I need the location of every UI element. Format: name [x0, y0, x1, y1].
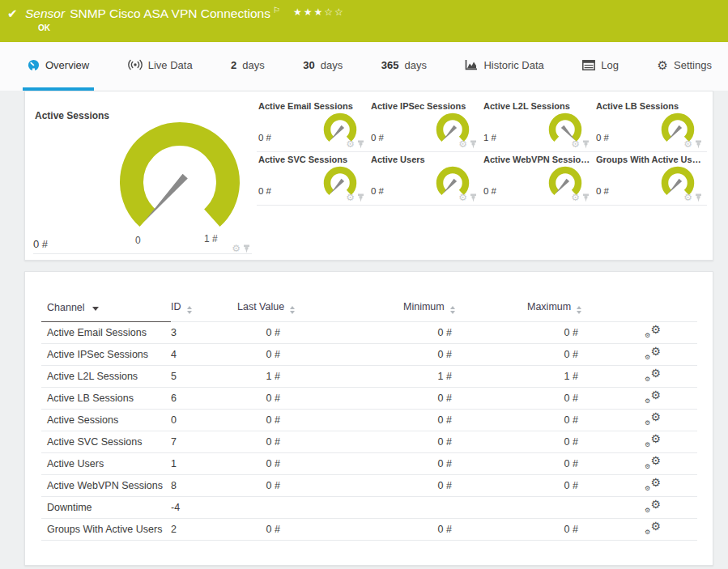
tab-label: Overview: [45, 59, 89, 71]
pin-icon[interactable]: [243, 244, 250, 253]
sort-icon: [577, 306, 581, 314]
primary-gauge-cell: Active Sessions 0 1 # 0 # ⚙: [33, 98, 252, 254]
gauge-settings-icon[interactable]: ⚙: [346, 139, 355, 149]
pin-icon[interactable]: [695, 193, 702, 202]
channel-settings-gears-icon[interactable]: ⚙⚙: [645, 368, 661, 382]
channel-maximum: 0 #: [527, 388, 645, 410]
channel-settings-gears-icon[interactable]: ⚙⚙: [645, 478, 661, 491]
object-kind-label: Sensor: [25, 6, 65, 20]
gauge-title[interactable]: Active WebVPN Sessions: [483, 155, 591, 164]
channel-minimum: 0 #: [403, 475, 527, 497]
table-row: Active Users 1 0 # 0 # 0 # ⚙⚙: [41, 453, 697, 475]
channel-minimum: 0 #: [403, 519, 527, 541]
tab-live-data[interactable]: Live Data: [123, 42, 198, 91]
tab-log[interactable]: Log: [577, 42, 624, 91]
channel-name[interactable]: Active Email Sessions: [41, 322, 171, 344]
gauge-title[interactable]: Active L2L Sessions: [483, 101, 570, 111]
column-header-id[interactable]: ID: [171, 296, 237, 322]
column-header-actions: [645, 296, 697, 322]
channel-settings-gears-icon[interactable]: ⚙⚙: [645, 456, 661, 469]
log-list-icon: [582, 60, 595, 70]
channel-settings-gears-icon[interactable]: ⚙⚙: [645, 434, 661, 448]
column-header-channel[interactable]: Channel: [41, 296, 171, 322]
sensor-status-bar: ✔ SensorSNMP Cisco ASA VPN Connections⚐★…: [0, 0, 728, 42]
channel-name[interactable]: Active IPSec Sessions: [41, 344, 171, 366]
channel-settings-gears-icon[interactable]: ⚙⚙: [645, 412, 661, 426]
channel-last-value: 0 #: [237, 410, 403, 431]
gauge-value: 1 #: [483, 133, 496, 142]
channel-settings-gears-icon[interactable]: ⚙⚙: [645, 499, 661, 513]
channel-settings-gears-icon[interactable]: ⚙⚙: [645, 390, 661, 404]
gauge-title[interactable]: Active Sessions: [35, 110, 109, 121]
tab-overview[interactable]: Overview: [23, 42, 94, 91]
tab-30-days[interactable]: 30 days: [298, 42, 347, 91]
channel-settings-gears-icon[interactable]: ⚙⚙: [645, 325, 661, 338]
channel-name[interactable]: Active L2L Sessions: [41, 366, 171, 388]
gauge-title[interactable]: Active SVC Sessions: [258, 155, 347, 164]
gauge-title[interactable]: Groups With Active Users: [596, 155, 704, 164]
gauges-panel: Active Sessions 0 1 # 0 # ⚙ Active Email…: [24, 91, 713, 261]
tab-label: days: [321, 59, 343, 71]
pin-icon[interactable]: [582, 193, 590, 202]
pin-icon[interactable]: [470, 140, 477, 149]
tab-2-days[interactable]: 2 days: [226, 42, 270, 91]
channels-panel: Channel ID Last Value Minimum Maximum Ac…: [24, 271, 713, 566]
channel-maximum: 0 #: [527, 453, 645, 475]
gauge-value: 0 #: [33, 238, 48, 250]
gauge-actions: ⚙: [571, 193, 590, 202]
gauge-title[interactable]: Active IPSec Sessions: [371, 101, 466, 111]
channel-name[interactable]: Groups With Active Users: [41, 519, 171, 541]
channel-name[interactable]: Active WebVPN Sessions: [41, 475, 171, 497]
gauge-settings-icon[interactable]: ⚙: [571, 139, 580, 149]
column-header-minimum[interactable]: Minimum: [403, 296, 527, 322]
channel-name[interactable]: Active Users: [41, 453, 171, 475]
gauge-settings-icon[interactable]: ⚙: [683, 193, 692, 202]
column-header-last-value[interactable]: Last Value: [237, 296, 403, 322]
column-header-maximum[interactable]: Maximum: [527, 296, 645, 322]
flag-icon[interactable]: ⚐: [273, 6, 280, 15]
column-label: ID: [171, 301, 181, 312]
gauge-settings-icon[interactable]: ⚙: [458, 139, 467, 149]
gauge-settings-icon[interactable]: ⚙: [232, 244, 241, 253]
gauge-cell: Active WebVPN Sessions 0 # ⚙: [482, 152, 594, 206]
table-row: Groups With Active Users 2 0 # 0 # 0 # ⚙…: [41, 519, 697, 541]
gauge-actions: ⚙: [458, 193, 477, 202]
channel-name[interactable]: Active SVC Sessions: [41, 431, 171, 453]
pin-icon[interactable]: [582, 140, 590, 149]
gauge-title[interactable]: Active Users: [371, 155, 425, 164]
page-title: SNMP Cisco ASA VPN Connections: [70, 6, 270, 20]
gauge-max-label: 1 #: [204, 233, 218, 244]
channel-name[interactable]: Active Sessions: [41, 410, 171, 431]
channel-minimum: [403, 497, 527, 519]
gauge-cell: Active Email Sessions 0 # ⚙: [257, 99, 369, 152]
channels-table: Channel ID Last Value Minimum Maximum Ac…: [41, 296, 697, 541]
channel-settings-gears-icon[interactable]: ⚙⚙: [645, 346, 661, 360]
gauge-settings-icon[interactable]: ⚙: [571, 193, 580, 202]
channel-id: 7: [171, 431, 237, 453]
table-row: Active IPSec Sessions 4 0 # 0 # 0 # ⚙⚙: [41, 344, 697, 366]
gauge-cell: Active LB Sessions 0 # ⚙: [594, 99, 707, 152]
pin-icon[interactable]: [695, 140, 702, 149]
gauge-title[interactable]: Active LB Sessions: [596, 101, 679, 111]
channel-minimum: 0 #: [403, 322, 527, 344]
tab-settings[interactable]: ⚙ Settings: [653, 42, 717, 91]
channel-id: 6: [171, 388, 237, 410]
gauge-title[interactable]: Active Email Sessions: [258, 101, 353, 111]
gauge-settings-icon[interactable]: ⚙: [683, 139, 692, 149]
gauge-settings-icon[interactable]: ⚙: [458, 193, 467, 202]
overview-gauge-icon: [28, 59, 40, 71]
tab-365-days[interactable]: 365 days: [377, 42, 432, 91]
channel-settings-gears-icon[interactable]: ⚙⚙: [645, 521, 661, 535]
channel-name[interactable]: Active LB Sessions: [41, 388, 171, 410]
priority-stars[interactable]: ★★★☆☆: [293, 6, 345, 18]
channel-last-value: 1 #: [237, 366, 403, 388]
channel-minimum: 0 #: [403, 388, 527, 410]
pin-icon[interactable]: [470, 193, 477, 202]
channel-name[interactable]: Downtime: [41, 497, 171, 519]
gauge-actions: ⚙: [683, 193, 702, 202]
column-label: Last Value: [237, 301, 284, 312]
pin-icon[interactable]: [357, 193, 364, 202]
pin-icon[interactable]: [357, 140, 364, 149]
gauge-settings-icon[interactable]: ⚙: [346, 193, 355, 202]
tab-historic-data[interactable]: Historic Data: [460, 42, 548, 91]
